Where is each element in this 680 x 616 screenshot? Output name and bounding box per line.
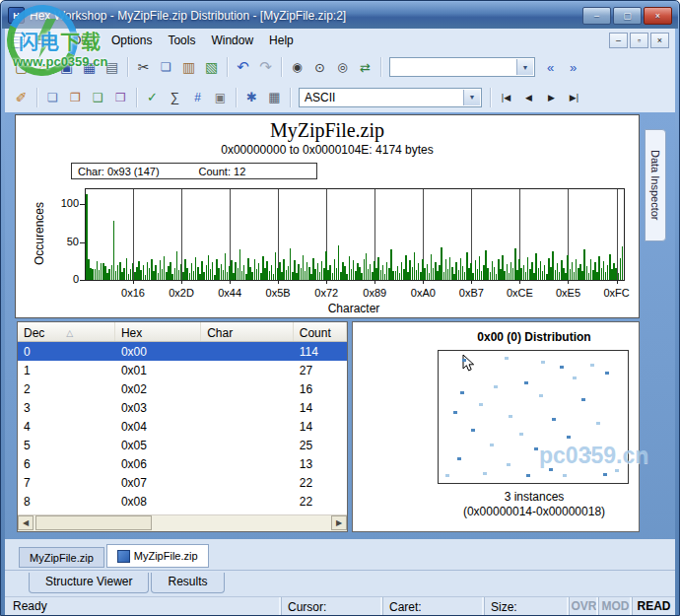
cut-icon[interactable]: ✂ [132, 56, 155, 78]
address-combobox[interactable]: ▼ [389, 57, 535, 77]
nav-next-icon[interactable]: ▶ [540, 87, 563, 108]
dropdown-arrow-icon[interactable]: ▼ [516, 59, 533, 75]
y-tick-mark [80, 280, 86, 281]
distribution-map[interactable] [438, 350, 629, 484]
table-row[interactable]: 70x0722 [18, 473, 347, 492]
menu-item-edit[interactable]: Edit [29, 31, 65, 50]
scrollbar-track[interactable] [34, 515, 331, 531]
copy-as-hex-icon[interactable]: ❐ [64, 87, 87, 108]
menu-bar: EditDiskOptionsToolsWindowHelp –▫× [5, 29, 675, 53]
scroll-left-button[interactable]: ◀ [18, 515, 34, 530]
menu-item-window[interactable]: Window [203, 31, 261, 50]
nav-prev-icon[interactable]: ◀ [517, 87, 540, 108]
goto-icon[interactable]: # [186, 87, 209, 108]
distribution-dot [453, 411, 457, 414]
table-row[interactable]: 20x0216 [18, 379, 347, 398]
data-inspector-tab[interactable]: Data Inspector [645, 129, 666, 241]
menu-item-options[interactable]: Options [103, 31, 160, 50]
paste-special-icon[interactable]: ❒ [109, 87, 132, 108]
structures-tool-icon[interactable]: ✐ [10, 87, 33, 108]
table-row[interactable]: 60x0613 [18, 454, 347, 473]
toolbar-separator [36, 88, 37, 107]
encoding-combobox[interactable]: ASCII▼ [299, 88, 482, 107]
find-backward-icon[interactable]: ◎ [331, 56, 354, 78]
options-gear-icon[interactable]: ✱ [240, 87, 263, 108]
nav-first-icon[interactable]: |◀ [495, 87, 517, 108]
document-tab[interactable]: MyZipFile.zip [19, 547, 104, 568]
table-cell: 7 [18, 476, 115, 490]
table-cell: 0x05 [115, 439, 201, 452]
table-cell: 0x00 [115, 345, 201, 359]
table-row[interactable]: 80x0822 [18, 492, 347, 511]
nav-last-icon[interactable]: ▶| [563, 87, 585, 108]
status-flag-ovr: OVR [569, 597, 598, 615]
column-header-char[interactable]: Char [201, 322, 294, 341]
panel-tab-structure-viewer[interactable]: Structure Viewer [29, 573, 149, 593]
x-axis-title: Character [85, 302, 623, 315]
dropdown-arrow-icon[interactable]: ▼ [463, 90, 480, 105]
compare-icon[interactable]: ⇄ [354, 56, 376, 78]
calculator-icon[interactable]: ▦ [263, 87, 286, 108]
minimize-button[interactable]: – [582, 7, 611, 25]
y-axis-title: Occurences [33, 188, 46, 279]
mdi-close-button[interactable]: × [650, 33, 669, 48]
checksum-icon[interactable]: ✓ [141, 87, 164, 108]
table-row[interactable]: 00x00114 [18, 342, 347, 361]
table-row[interactable]: 50x0525 [18, 436, 347, 454]
open-folder-icon[interactable]: ▱ [33, 56, 55, 78]
close-button[interactable]: × [644, 7, 672, 25]
toolbar-separator [236, 88, 237, 107]
menu-item-disk[interactable]: Disk [65, 31, 103, 50]
insert-icon[interactable]: ▧ [200, 56, 223, 78]
mdi-minimize-button[interactable]: – [609, 33, 628, 48]
table-cell: 22 [294, 495, 347, 509]
print-icon[interactable]: ▤ [101, 56, 123, 78]
menu-item-tools[interactable]: Tools [160, 31, 203, 50]
find-forward-icon[interactable]: ⊙ [308, 56, 331, 78]
scroll-right-button[interactable]: ▶ [331, 515, 347, 530]
document-tab-bar: MyZipFile.zipMyZipFile.zip [19, 543, 209, 568]
menu-item-help[interactable]: Help [261, 31, 302, 50]
distribution-dot [462, 359, 466, 362]
redo-icon[interactable]: ↷ [254, 56, 277, 78]
mdi-restore-button[interactable]: ▫ [630, 33, 648, 48]
table-cell: 6 [18, 457, 115, 471]
copy-as-text-icon[interactable]: ❑ [87, 87, 109, 108]
x-tick-mark [471, 280, 472, 284]
copy-icon[interactable]: ❏ [155, 56, 177, 78]
table-row[interactable]: 10x0127 [18, 361, 347, 379]
panel-tab-results[interactable]: Results [151, 573, 224, 593]
bookmark-icon[interactable]: ▣ [209, 87, 232, 108]
x-tick-label: 0x72 [314, 287, 338, 299]
histogram-plot[interactable]: 0x160x2D0x440x5B0x720x890xA00xB70xCE0xE5… [85, 188, 625, 281]
x-tick-mark [133, 280, 134, 284]
toolbar-separator [136, 88, 137, 107]
paste-icon[interactable]: ▥ [177, 56, 200, 78]
column-header-dec[interactable]: Dec△ [18, 322, 115, 341]
find-icon[interactable]: ◉ [286, 56, 308, 78]
save-icon[interactable]: ▣ [55, 56, 78, 78]
statistics-icon[interactable]: ∑ [164, 87, 186, 108]
copy-special-icon[interactable]: ❏ [41, 87, 64, 108]
jump-forward-icon[interactable]: » [562, 56, 584, 78]
column-header-hex[interactable]: Hex [115, 322, 201, 341]
undo-icon[interactable]: ↶ [232, 56, 254, 78]
column-header-count[interactable]: Count [294, 322, 347, 341]
jump-back-icon[interactable]: « [539, 56, 562, 78]
table-row[interactable]: 40x0414 [18, 417, 347, 436]
status-ready: Ready [5, 599, 281, 613]
document-tab[interactable]: MyZipFile.zip [106, 544, 209, 568]
status-caret: Caret: [382, 597, 484, 615]
status-size: Size: [484, 597, 569, 615]
distribution-dot [552, 418, 556, 421]
divider [5, 570, 675, 571]
horizontal-scrollbar[interactable]: ◀ ▶ [18, 514, 347, 531]
table-cell: 0x01 [115, 364, 201, 377]
toolbar-separator [290, 88, 291, 107]
scrollbar-thumb[interactable] [35, 515, 152, 530]
maximize-button[interactable]: ▢ [613, 7, 642, 25]
save-all-icon[interactable]: ▦ [78, 56, 101, 78]
window-controls: –▢× [582, 7, 672, 25]
new-file-icon[interactable]: ▢ [10, 56, 33, 78]
table-row[interactable]: 30x0314 [18, 398, 347, 417]
